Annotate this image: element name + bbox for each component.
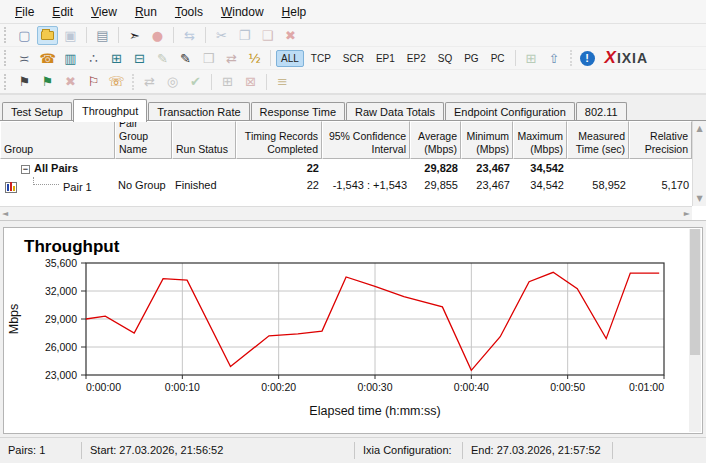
chart-title: Throughput	[4, 228, 702, 257]
column-header-relative[interactable]: Relative Precision	[629, 121, 692, 159]
chart-vertical-scrollbar[interactable]	[689, 229, 701, 432]
scroll-right-icon[interactable]: ►	[684, 206, 690, 221]
renumber-pairs-icon[interactable]: ½	[244, 49, 265, 68]
column-header-group[interactable]: Group	[0, 121, 115, 159]
filter-ep1-button[interactable]: EP1	[371, 50, 400, 67]
ixia-logo-text: IXIA	[617, 50, 648, 66]
run-test-icon[interactable]: ➣	[124, 26, 145, 45]
voip-endpoint-flag-icon[interactable]: ☏	[106, 72, 127, 91]
table-horizontal-scrollbar[interactable]: ◄ ►	[0, 206, 692, 220]
column-header-timing-records[interactable]: Timing Records Completed	[236, 121, 322, 159]
throughput-series-line	[86, 272, 659, 370]
menu-item-tools[interactable]: Tools	[166, 2, 212, 22]
tab-throughput[interactable]: Throughput	[73, 99, 147, 122]
toolbar-separator	[570, 50, 572, 66]
throughput-chart-panel: Throughput 23,00026,00029,00032,00035,60…	[3, 227, 703, 434]
column-header-average[interactable]: Average (Mbps)	[410, 121, 461, 159]
toolbar-grip	[4, 27, 9, 43]
renumber-pairs-icon-glyph: ½	[248, 52, 261, 65]
tab-response-time[interactable]: Response Time	[251, 102, 345, 122]
scroll-left-icon[interactable]: ◄	[2, 206, 8, 221]
compare-pairs-icon: ⇄	[139, 72, 160, 91]
menu-item-edit[interactable]: Edit	[43, 2, 82, 22]
test-clipboard-flag-icon[interactable]: ⚑	[14, 72, 35, 91]
add-video-multicast-group-icon[interactable]: ⊞	[106, 49, 127, 68]
swap-pairs-flag-icon-glyph: ⚐	[88, 75, 100, 88]
status-pairs: Pairs: 1	[0, 442, 82, 459]
table-row-all-pairs[interactable]: −All Pairs2229,82823,46734,542	[0, 159, 706, 176]
endpoint-flag-pin-icon-glyph: ⚑	[42, 75, 54, 88]
new-test-icon[interactable]: ▢	[14, 26, 35, 45]
scroll-up-icon[interactable]: ▲	[696, 121, 702, 136]
tab-raw-data-totals[interactable]: Raw Data Totals	[346, 102, 444, 122]
menu-item-file[interactable]: File	[6, 2, 43, 22]
x-tick-label: 0:00:10	[165, 381, 200, 393]
column-header-95-confidence[interactable]: 95% Confidence Interval	[322, 121, 410, 159]
column-header-maximum[interactable]: Maximum (Mbps)	[513, 121, 567, 159]
open-test-icon[interactable]	[37, 26, 58, 45]
menu-item-help[interactable]: Help	[273, 2, 316, 22]
expand-collapse-icon[interactable]: −	[21, 165, 30, 174]
table-vertical-scrollbar[interactable]: ▲ ▼	[692, 121, 706, 206]
filter-sq-button[interactable]: SQ	[433, 50, 457, 67]
filter-pc-button[interactable]: PC	[486, 50, 510, 67]
results-table: GroupPair Group NameRun StatusTiming Rec…	[0, 121, 706, 221]
add-voip-pair-icon[interactable]: ☎	[37, 49, 58, 68]
export-results-icon[interactable]: ⇧	[544, 49, 565, 68]
paste-icon: ❑	[257, 26, 278, 45]
add-multicast-group-icon[interactable]: ∴	[83, 49, 104, 68]
scroll-down-icon[interactable]: ▼	[696, 191, 702, 206]
edit-run-options-icon[interactable]: ✎	[175, 49, 196, 68]
cell-pair_group_name: No Group	[115, 179, 172, 191]
add-video-multicast-group-icon-glyph: ⊞	[111, 52, 122, 65]
table-header-row: GroupPair Group NameRun StatusTiming Rec…	[0, 121, 706, 159]
pair-chart-icon-bar	[13, 186, 15, 191]
replicate-pair-icon: ❒	[198, 49, 219, 68]
print-icon-glyph: ▤	[96, 29, 108, 42]
column-header-run-status[interactable]: Run Status	[172, 121, 236, 159]
tab-bar: Test SetupThroughputTransaction RateResp…	[0, 95, 706, 121]
status-ixia-config: Ixia Configuration:	[355, 442, 463, 459]
chart-plot-area: 23,00026,00029,00032,00035,6000:00:000:0…	[4, 257, 702, 431]
add-hardware-pair-icon[interactable]: ⊟	[129, 49, 150, 68]
x-tick-label: 0:00:20	[261, 381, 296, 393]
folder-glyph	[41, 31, 54, 40]
tab-test-setup[interactable]: Test Setup	[2, 102, 72, 122]
menu-item-view[interactable]: View	[82, 2, 126, 22]
apply-filter-icon-glyph: ⊞	[526, 52, 537, 65]
delete-icon: ✖	[280, 26, 301, 45]
info-icon[interactable]: !	[580, 51, 595, 66]
chart-scrollbar-thumb[interactable]	[690, 229, 700, 355]
column-header-pair-group[interactable]: Pair Group Name	[115, 121, 172, 159]
menu-item-window[interactable]: Window	[212, 2, 273, 22]
toolbar-separator	[205, 27, 206, 43]
filter-ep2-button[interactable]: EP2	[402, 50, 431, 67]
table-row-pair-1[interactable]: Pair 1No GroupFinished22-1,543 : +1,5432…	[0, 176, 706, 193]
menu-item-run[interactable]: Run	[126, 2, 166, 22]
add-pair-icon[interactable]: ≍	[14, 49, 35, 68]
delete-endpoint-flag-icon-glyph: ✖	[65, 75, 76, 88]
filter-all-button[interactable]: ALL	[276, 50, 304, 67]
delete-endpoint-flag-icon: ✖	[60, 72, 81, 91]
group-stack-icon-glyph: ≡	[277, 75, 288, 88]
search-pairs-icon: ◎	[162, 72, 183, 91]
swap-pairs-flag-icon[interactable]: ⚐	[83, 72, 104, 91]
cell-timing_records: 22	[236, 162, 322, 174]
tab-802-11[interactable]: 802.11	[576, 102, 627, 122]
throughput-line-chart: 23,00026,00029,00032,00035,6000:00:000:0…	[4, 257, 692, 427]
cell-avg: 29,855	[410, 179, 461, 191]
endpoint-flag-pin-icon[interactable]: ⚑	[37, 72, 58, 91]
tab-endpoint-configuration[interactable]: Endpoint Configuration	[445, 102, 575, 122]
pair-chart-icon	[5, 182, 17, 193]
cell-min: 23,467	[461, 179, 513, 191]
filter-scr-button[interactable]: SCR	[338, 50, 369, 67]
filter-pg-button[interactable]: PG	[459, 50, 483, 67]
filter-tcp-button[interactable]: TCP	[306, 50, 336, 67]
print-icon[interactable]: ▤	[92, 26, 113, 45]
add-multicast-group-icon-glyph: ∴	[89, 52, 97, 65]
column-header-measured[interactable]: Measured Time (sec)	[567, 121, 629, 159]
add-video-pair-icon[interactable]: ▥	[60, 49, 81, 68]
test-clipboard-flag-icon-glyph: ⚑	[19, 75, 31, 88]
toolbar-separator	[118, 27, 119, 43]
column-header-minimum[interactable]: Minimum (Mbps)	[461, 121, 513, 159]
